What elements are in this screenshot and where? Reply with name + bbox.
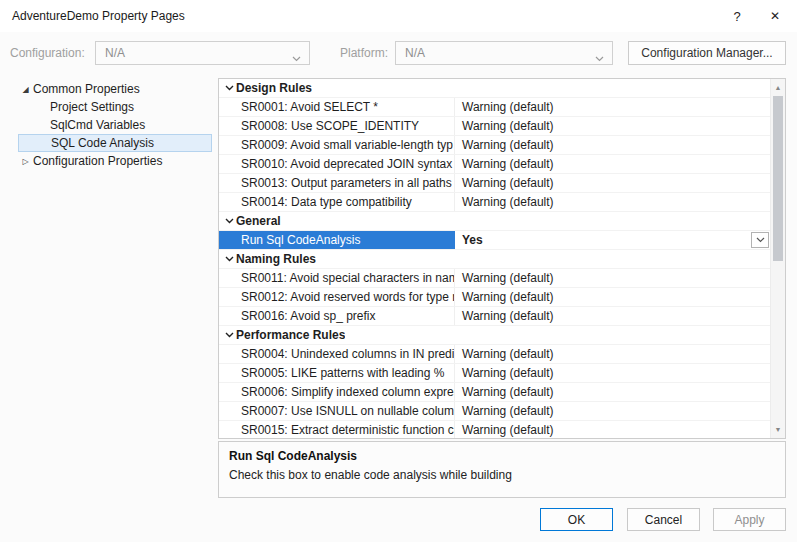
tree-collapsed-icon[interactable]: ▷ (18, 157, 33, 166)
property-category-row[interactable]: Design Rules (219, 79, 770, 98)
tree-item[interactable]: ◢ Common Properties (18, 80, 212, 98)
property-row[interactable]: SR0007: Use ISNULL on nullable column Wa… (219, 402, 770, 421)
property-value-text: Warning (default) (462, 347, 554, 361)
property-name[interactable]: SR0016: Avoid sp_ prefix (219, 307, 455, 325)
property-value[interactable]: Warning (default) (455, 193, 770, 211)
property-value-text: Warning (default) (462, 195, 554, 209)
tree-item-label: SqlCmd Variables (50, 118, 145, 132)
property-grid-rows: Design Rules SR0001: Avoid SELECT * Warn… (219, 79, 770, 438)
property-row[interactable]: SR0016: Avoid sp_ prefix Warning (defaul… (219, 307, 770, 326)
property-value-text: Warning (default) (462, 290, 554, 304)
property-value[interactable]: Yes (455, 231, 770, 249)
platform-dropdown[interactable]: N/A (395, 41, 613, 65)
apply-button[interactable]: Apply (713, 508, 786, 531)
property-value[interactable]: Warning (default) (455, 345, 770, 363)
property-row[interactable]: SR0005: LIKE patterns with leading % War… (219, 364, 770, 383)
close-button[interactable]: ✕ (757, 0, 793, 32)
cancel-button[interactable]: Cancel (627, 508, 700, 531)
property-row[interactable]: SR0013: Output parameters in all paths W… (219, 174, 770, 193)
chevron-down-icon[interactable] (219, 332, 236, 338)
tree-expanded-icon[interactable]: ◢ (18, 85, 33, 94)
property-row[interactable]: SR0008: Use SCOPE_IDENTITY Warning (defa… (219, 117, 770, 136)
property-value[interactable]: Warning (default) (455, 421, 770, 438)
tree-item[interactable]: ▷ Configuration Properties (18, 152, 212, 170)
chevron-down-icon[interactable] (219, 85, 236, 91)
property-value[interactable]: Warning (default) (455, 402, 770, 420)
category-title: General (236, 212, 281, 230)
property-value[interactable]: Warning (default) (455, 155, 770, 173)
property-row[interactable]: SR0001: Avoid SELECT * Warning (default) (219, 98, 770, 117)
property-row[interactable]: SR0011: Avoid special characters in nam … (219, 269, 770, 288)
tree: ◢ Common Properties Project Settings Sql… (8, 80, 212, 496)
property-category-row[interactable]: General (219, 212, 770, 231)
configuration-manager-button[interactable]: Configuration Manager... (628, 41, 786, 65)
property-value[interactable]: Warning (default) (455, 288, 770, 306)
property-row[interactable]: SR0009: Avoid small variable-length typ … (219, 136, 770, 155)
scroll-up-icon[interactable]: ▲ (771, 80, 785, 95)
property-name[interactable]: SR0007: Use ISNULL on nullable column (219, 402, 455, 420)
property-row[interactable]: SR0006: Simplify indexed column expres W… (219, 383, 770, 402)
property-row[interactable]: SR0004: Unindexed columns in IN predic W… (219, 345, 770, 364)
platform-label: Platform: (340, 46, 388, 60)
property-name[interactable]: SR0005: LIKE patterns with leading % (219, 364, 455, 382)
property-name[interactable]: Run Sql CodeAnalysis (219, 231, 455, 249)
platform-dropdown-value: N/A (405, 46, 425, 60)
property-name[interactable]: SR0014: Data type compatibility (219, 193, 455, 211)
property-name[interactable]: SR0006: Simplify indexed column expres (219, 383, 455, 401)
property-value-text: Warning (default) (462, 157, 554, 171)
property-value[interactable]: Warning (default) (455, 136, 770, 154)
property-row[interactable]: SR0014: Data type compatibility Warning … (219, 193, 770, 212)
property-grid: Design Rules SR0001: Avoid SELECT * Warn… (218, 78, 786, 439)
property-row[interactable]: SR0010: Avoid deprecated JOIN syntax War… (219, 155, 770, 174)
tree-item[interactable]: SQL Code Analysis (18, 134, 212, 152)
property-value[interactable]: Warning (default) (455, 383, 770, 401)
chevron-down-icon (595, 51, 604, 65)
chevron-down-icon[interactable] (219, 256, 236, 262)
tree-item[interactable]: Project Settings (18, 98, 212, 116)
property-name[interactable]: SR0011: Avoid special characters in nam (219, 269, 455, 287)
property-name[interactable]: SR0004: Unindexed columns in IN predic (219, 345, 455, 363)
property-name[interactable]: SR0001: Avoid SELECT * (219, 98, 455, 116)
property-value-text: Warning (default) (462, 423, 554, 437)
property-value[interactable]: Warning (default) (455, 364, 770, 382)
property-row[interactable]: Run Sql CodeAnalysis Yes (219, 231, 770, 250)
property-name[interactable]: SR0008: Use SCOPE_IDENTITY (219, 117, 455, 135)
scrollbar-thumb[interactable] (773, 96, 783, 261)
chevron-down-icon[interactable] (219, 218, 236, 224)
chevron-down-icon (292, 51, 301, 65)
ok-button[interactable]: OK (540, 508, 613, 531)
tree-item-label: Project Settings (50, 100, 134, 114)
scroll-down-icon[interactable]: ▼ (771, 422, 785, 437)
configuration-dropdown-value: N/A (105, 46, 125, 60)
property-value-text: Warning (default) (462, 404, 554, 418)
value-dropdown-button[interactable] (751, 232, 769, 248)
property-name[interactable]: SR0010: Avoid deprecated JOIN syntax (219, 155, 455, 173)
configuration-bar: Configuration: N/A Platform: N/A Configu… (0, 40, 797, 66)
property-value[interactable]: Warning (default) (455, 174, 770, 192)
description-title: Run Sql CodeAnalysis (229, 449, 775, 463)
property-value-text: Warning (default) (462, 385, 554, 399)
property-name[interactable]: SR0015: Extract deterministic function c… (219, 421, 455, 438)
help-button[interactable]: ? (719, 0, 755, 32)
property-value-text: Warning (default) (462, 271, 554, 285)
property-value[interactable]: Warning (default) (455, 117, 770, 135)
vertical-scrollbar[interactable]: ▲ ▼ (770, 79, 785, 438)
property-category-row[interactable]: Performance Rules (219, 326, 770, 345)
property-row[interactable]: SR0012: Avoid reserved words for type n … (219, 288, 770, 307)
property-value[interactable]: Warning (default) (455, 307, 770, 325)
property-category-row[interactable]: Naming Rules (219, 250, 770, 269)
property-name[interactable]: SR0013: Output parameters in all paths (219, 174, 455, 192)
property-value-text: Warning (default) (462, 176, 554, 190)
configuration-dropdown[interactable]: N/A (95, 41, 310, 65)
property-pages-dialog: AdventureDemo Property Pages ? ✕ Configu… (0, 0, 797, 542)
property-value-text: Warning (default) (462, 138, 554, 152)
property-name[interactable]: SR0009: Avoid small variable-length typ (219, 136, 455, 154)
property-value-text: Warning (default) (462, 100, 554, 114)
property-value[interactable]: Warning (default) (455, 269, 770, 287)
property-value[interactable]: Warning (default) (455, 98, 770, 116)
category-title: Performance Rules (236, 326, 345, 344)
titlebar: AdventureDemo Property Pages ? ✕ (0, 0, 797, 32)
property-name[interactable]: SR0012: Avoid reserved words for type n (219, 288, 455, 306)
property-row[interactable]: SR0015: Extract deterministic function c… (219, 421, 770, 438)
tree-item[interactable]: SqlCmd Variables (18, 116, 212, 134)
